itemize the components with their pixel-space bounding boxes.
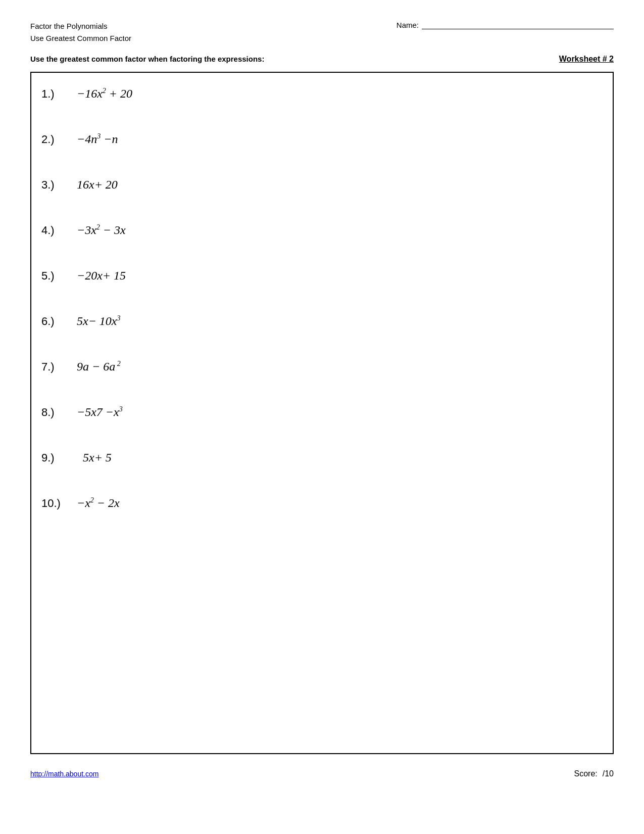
problem-number: 8.) (41, 406, 77, 419)
problems-box: 1.)−16x2 + 202.)−4n3 −n3.)16x+ 204.)−3x2… (30, 72, 614, 754)
problem-item: 5.)−20x+ 15 (41, 260, 603, 305)
problem-item: 4.)−3x2 − 3x (41, 214, 603, 260)
problem-number: 1.) (41, 87, 77, 101)
name-input-line (422, 20, 614, 29)
problem-number: 9.) (41, 451, 77, 465)
problem-expression: −16x2 + 20 (77, 87, 132, 101)
score-value: /10 (603, 769, 614, 778)
problem-expression: −x2 − 2x (77, 496, 120, 510)
title-line1: Factor the Polynomials (30, 20, 131, 32)
problem-item: 8.)−5x7 −x3 (41, 396, 603, 442)
problem-number: 2.) (41, 133, 77, 146)
name-section: Name: (397, 20, 614, 29)
problem-number: 7.) (41, 360, 77, 374)
problem-item: 1.)−16x2 + 20 (41, 78, 603, 123)
problem-item: 9.) 5x+ 5 (41, 442, 603, 487)
score-label: Score: (574, 769, 598, 778)
name-label: Name: (397, 21, 419, 29)
footer-link[interactable]: http://math.about.com (30, 770, 98, 778)
problem-item: 7.)9a − 6a 2 (41, 351, 603, 396)
page-header: Factor the Polynomials Use Greatest Comm… (30, 20, 614, 44)
problem-expression: −4n3 −n (77, 132, 118, 146)
problem-number: 5.) (41, 269, 77, 283)
problem-number: 10.) (41, 497, 77, 510)
score-section: Score: /10 (574, 769, 614, 778)
problem-item: 3.)16x+ 20 (41, 169, 603, 214)
problem-expression: −20x+ 15 (77, 269, 126, 283)
problem-expression: 9a − 6a 2 (77, 360, 121, 374)
header-title: Factor the Polynomials Use Greatest Comm… (30, 20, 131, 44)
problem-expression: −5x7 −x3 (77, 405, 123, 419)
title-line2: Use Greatest Common Factor (30, 32, 131, 44)
problem-expression: 5x+ 5 (77, 451, 112, 465)
problem-number: 6.) (41, 315, 77, 328)
instruction-row: Use the greatest common factor when fact… (30, 55, 614, 64)
problem-expression: 5x− 10x3 (77, 314, 121, 328)
problem-item: 2.)−4n3 −n (41, 123, 603, 169)
instruction-text: Use the greatest common factor when fact… (30, 55, 264, 63)
worksheet-title: Worksheet # 2 (559, 55, 614, 64)
problem-number: 4.) (41, 224, 77, 237)
page-footer: http://math.about.com Score: /10 (30, 769, 614, 778)
problem-number: 3.) (41, 178, 77, 192)
problem-expression: −3x2 − 3x (77, 223, 126, 237)
problem-expression: 16x+ 20 (77, 178, 118, 192)
problem-item: 10.)−x2 − 2x (41, 487, 603, 533)
problem-item: 6.)5x− 10x3 (41, 305, 603, 351)
